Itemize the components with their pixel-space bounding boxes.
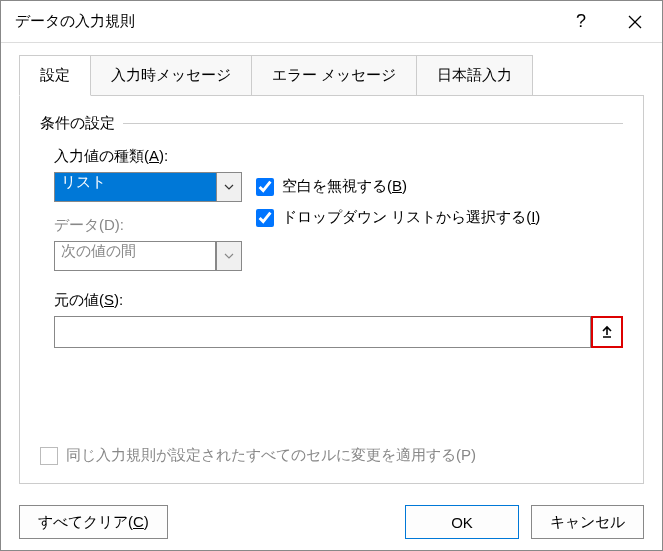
dialog-title: データの入力規則: [15, 12, 554, 31]
in-cell-dropdown-checkbox[interactable]: ドロップダウン リストから選択する(I): [256, 208, 623, 227]
criteria-fieldset-header: 条件の設定: [40, 114, 623, 133]
close-button[interactable]: [608, 1, 662, 43]
data-combo-button: [216, 241, 242, 271]
chevron-down-icon: [224, 253, 234, 259]
range-selector-button[interactable]: [591, 316, 623, 348]
chevron-down-icon: [224, 184, 234, 190]
clear-all-button[interactable]: すべてクリア(C): [19, 505, 168, 539]
allow-combo-button[interactable]: [216, 172, 242, 202]
divider: [123, 123, 623, 124]
allow-label: 入力値の種類(A):: [40, 147, 230, 166]
titlebar: データの入力規則 ?: [1, 1, 662, 43]
cancel-button[interactable]: キャンセル: [531, 505, 644, 539]
data-label: データ(D):: [40, 216, 230, 235]
tab-settings[interactable]: 設定: [19, 55, 91, 96]
close-icon: [628, 15, 642, 29]
tab-error-alert[interactable]: エラー メッセージ: [251, 55, 417, 96]
tab-ime-mode[interactable]: 日本語入力: [416, 55, 533, 96]
dialog-footer: すべてクリア(C) OK キャンセル: [1, 498, 662, 550]
help-button[interactable]: ?: [554, 1, 608, 43]
in-cell-dropdown-input[interactable]: [256, 209, 274, 227]
tab-strip: 設定 入力時メッセージ エラー メッセージ 日本語入力: [19, 55, 644, 96]
apply-all-check-icon: [40, 447, 58, 465]
allow-combo[interactable]: リスト: [54, 172, 242, 202]
apply-all-label: 同じ入力規則が設定されたすべてのセルに変更を適用する(P): [66, 446, 476, 465]
source-input[interactable]: [54, 316, 591, 348]
ignore-blank-input[interactable]: [256, 178, 274, 196]
data-combo-value: 次の値の間: [54, 241, 216, 271]
ignore-blank-checkbox[interactable]: 空白を無視する(B): [256, 177, 623, 196]
data-validation-dialog: データの入力規則 ? 設定 入力時メッセージ エラー メッセージ 日本語入力 条…: [0, 0, 663, 551]
tab-input-message[interactable]: 入力時メッセージ: [90, 55, 252, 96]
settings-panel: 条件の設定 入力値の種類(A): リスト データ(D):: [19, 95, 644, 484]
apply-all-checkbox: 同じ入力規則が設定されたすべてのセルに変更を適用する(P): [40, 446, 476, 465]
criteria-legend: 条件の設定: [40, 114, 115, 133]
data-combo: 次の値の間: [54, 241, 242, 271]
allow-combo-value: リスト: [54, 172, 216, 202]
source-label: 元の値(S):: [54, 291, 623, 310]
collapse-dialog-icon: [600, 325, 614, 339]
ok-button[interactable]: OK: [405, 505, 519, 539]
dialog-body: 設定 入力時メッセージ エラー メッセージ 日本語入力 条件の設定 入力値の種類…: [1, 43, 662, 498]
